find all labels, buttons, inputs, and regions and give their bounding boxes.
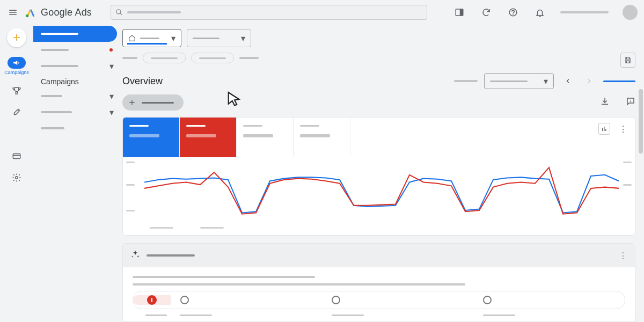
optimization-stepper [133,291,625,309]
insights-card: ⋮ [122,243,635,322]
product-logo: Google Ads [25,6,105,18]
page-title: Overview [122,76,163,87]
step-4[interactable] [473,296,625,304]
scrollbar[interactable] [639,89,643,153]
compare-toggle[interactable] [603,80,635,82]
help-icon[interactable] [507,6,519,19]
menu-icon[interactable] [6,6,19,19]
sidenav-item-5[interactable] [33,120,118,136]
svg-point-5 [16,177,18,179]
svg-point-0 [26,14,29,17]
svg-rect-2 [460,9,463,16]
ads-logo-icon [25,6,36,18]
insights-menu-button[interactable]: ⋮ [619,251,627,261]
caret-down-icon: ▾ [241,33,245,43]
rail-goals[interactable] [4,85,29,97]
card-icon [12,151,21,161]
rail-campaigns[interactable]: Campaigns [4,57,29,75]
sidenav-item-1[interactable] [33,42,118,58]
trophy-icon [12,86,21,96]
content-area: ▾ ▾ Overview ▾ [118,25,644,322]
appearance-icon[interactable] [453,6,466,19]
chevron-down-icon: ▾ [109,91,114,101]
alert-dot-icon [109,48,113,52]
date-label [454,80,478,82]
refresh-icon[interactable] [480,6,493,19]
date-next-button[interactable] [582,74,597,89]
date-range-selector[interactable]: ▾ [484,73,554,89]
svg-point-6 [630,100,631,101]
home-icon [128,34,136,42]
scope-selector[interactable]: ▾ [187,29,251,47]
account-label [560,11,609,13]
create-button[interactable] [7,28,26,47]
megaphone-icon [12,58,21,67]
sidenav-section-campaigns: Campaigns [33,74,118,88]
caret-down-icon: ▾ [544,76,548,86]
chevron-down-icon: ▾ [109,61,114,71]
chevron-down-icon: ▾ [109,107,114,118]
svg-rect-7 [630,101,631,102]
side-nav: ▾ Campaigns ▾ ▾ [33,25,118,322]
feedback-button[interactable] [626,97,635,108]
filter-row [122,53,635,63]
date-prev-button[interactable] [560,74,575,89]
sparkle-icon [130,250,140,261]
plus-icon [128,98,136,107]
tools-icon [12,107,21,117]
metrics-card: ⋮ [122,117,635,236]
chart-options-button[interactable] [598,123,610,135]
add-card-button[interactable] [122,94,184,111]
filter-chip[interactable] [143,53,186,63]
step-1[interactable] [133,295,171,305]
card-menu-button[interactable]: ⋮ [619,123,627,134]
app-rail: Campaigns [0,25,33,322]
plus-icon [11,32,22,43]
gear-icon [12,173,21,182]
save-view-button[interactable] [620,53,635,68]
search-input[interactable] [111,5,427,20]
notifications-icon[interactable] [533,6,546,19]
chart-legend [123,227,635,235]
sidenav-item-2[interactable]: ▾ [33,58,118,74]
filter-chip[interactable] [191,53,234,63]
avatar[interactable] [623,5,638,20]
metric-tab-2[interactable] [180,118,237,157]
step-3[interactable] [322,296,473,304]
sidenav-item-4[interactable]: ▾ [33,104,118,120]
sidenav-item-overview[interactable] [33,26,117,42]
sidenav-item-3[interactable]: ▾ [33,88,118,104]
rail-billing[interactable] [4,150,29,162]
svg-rect-4 [13,154,20,159]
step-2[interactable] [171,296,322,304]
search-icon [115,9,123,16]
metric-tab-1[interactable] [123,118,180,157]
save-icon [624,56,632,64]
alert-icon [147,295,157,305]
caret-down-icon: ▾ [171,33,175,43]
download-button[interactable] [600,97,610,108]
product-name: Google Ads [41,7,92,18]
metrics-chart [123,157,635,227]
rail-tools[interactable] [4,106,29,118]
rail-admin[interactable] [4,172,29,184]
metric-tab-4[interactable] [294,118,350,157]
account-selector[interactable]: ▾ [122,29,181,47]
metric-tab-3[interactable] [237,118,294,157]
